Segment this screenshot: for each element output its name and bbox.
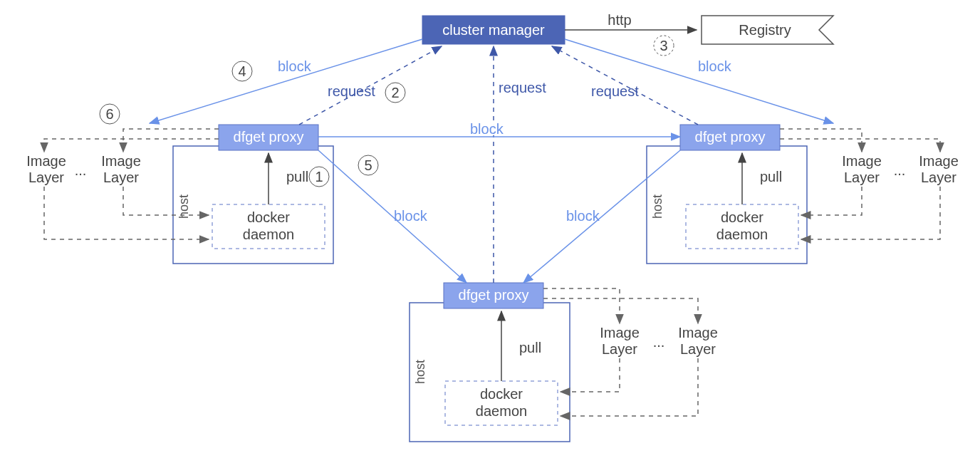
block-label-left: block [278,58,312,74]
request-label-bottom: request [499,80,546,95]
dfget-proxy-right-label: dfget proxy [695,129,766,145]
docker-daemon-right-l1: docker [721,209,763,225]
host-box-bottom [410,303,570,442]
docker-daemon-right-l2: daemon [716,227,768,242]
img-right-a2: Layer [844,170,880,185]
img-right-b1: Image [919,153,959,169]
block-arrow-right [565,39,833,123]
dfget-proxy-left-label: dfget proxy [234,129,304,145]
layer-path-left-b [123,129,219,152]
registry-label: Registry [739,22,791,38]
layer-path-right-a [780,129,862,152]
host-label-right: host [650,194,664,219]
img-bot-a1: Image [600,325,640,340]
step-4-num: 4 [238,63,246,79]
host-label-bottom: host [413,360,427,384]
img-right-a1: Image [842,153,882,169]
http-label: http [608,12,631,28]
layer-path-right-b [780,139,940,152]
layer-return-right-a [801,187,862,215]
request-label-left: request [328,83,375,99]
img-bot-b2: Layer [680,341,716,357]
step-5-num: 5 [364,157,372,173]
img-left-b1: Image [101,153,141,169]
img-bot-b1: Image [678,325,718,340]
layer-return-right-b [801,187,940,239]
block-label-right: block [698,58,732,74]
pull-label-right: pull [760,169,782,184]
step-1-num: 1 [315,169,323,184]
cluster-manager-label: cluster manager [442,22,545,38]
block-arrow-left [150,39,422,123]
layer-return-left-b [123,187,209,215]
ellipsis-left: ... [75,162,87,178]
docker-daemon-bottom-l1: docker [480,386,523,402]
img-left-a2: Layer [28,170,64,185]
block-label-diag-l: block [394,208,428,224]
host-box-left [173,146,333,264]
img-bot-a2: Layer [602,341,637,357]
img-left-a1: Image [26,153,66,169]
request-label-right: request [591,83,639,99]
img-left-b2: Layer [103,170,139,185]
block-arrow-diag-l [318,150,466,283]
pull-label-bottom: pull [519,340,541,355]
layer-path-left-a [44,139,219,152]
step-6-num: 6 [105,106,113,122]
architecture-diagram: cluster manager http Registry 3 host dfg… [0,0,980,463]
dfget-proxy-bottom-label: dfget proxy [459,287,529,303]
docker-daemon-left-l1: docker [247,209,290,225]
ellipsis-bottom: ... [653,334,665,350]
step-3-num: 3 [660,38,667,53]
block-label-diag-r: block [566,208,600,224]
host-box-right [647,146,807,264]
docker-daemon-left-l2: daemon [243,227,294,242]
docker-daemon-bottom-l2: daemon [476,403,527,419]
ellipsis-right: ... [894,162,906,178]
step-2-num: 2 [391,85,399,100]
layer-path-bot-a [543,288,620,323]
layer-return-bot-b [561,358,698,416]
pull-label-left: pull [286,169,308,184]
block-label-horiz: block [470,121,504,137]
img-right-b2: Layer [921,170,956,185]
